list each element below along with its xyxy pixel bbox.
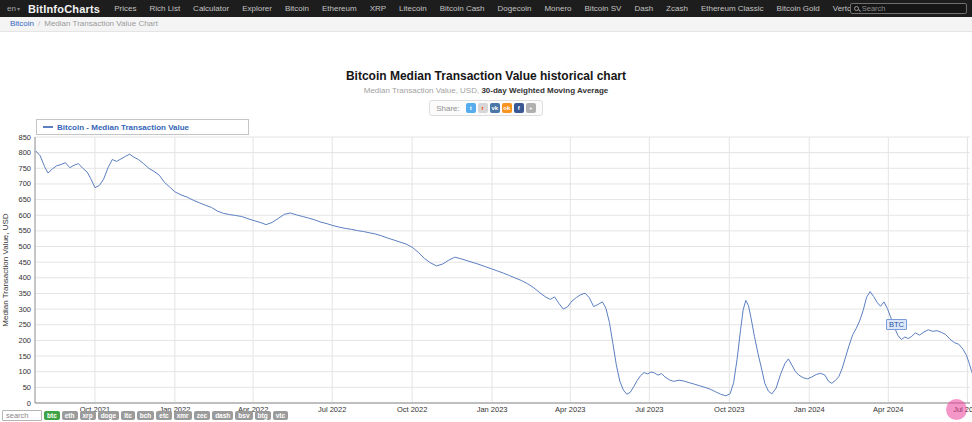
nav-item-dash[interactable]: Dash — [634, 4, 653, 13]
svg-text:Jan 2023: Jan 2023 — [477, 405, 508, 414]
btc-annotation[interactable]: BTC — [886, 319, 907, 330]
main-nav: PricesRich ListCalculatorExplorerBitcoin… — [114, 4, 850, 13]
svg-text:150: 150 — [18, 352, 31, 361]
nav-item-ethereum-classic[interactable]: Ethereum Classic — [701, 4, 764, 13]
svg-text:800: 800 — [18, 148, 31, 157]
page-title: Bitcoin Median Transaction Value histori… — [0, 69, 972, 83]
odnoklassniki-share-icon[interactable]: ok — [502, 103, 512, 113]
coin-tag-btg[interactable]: btg — [255, 411, 271, 420]
coin-tag-ltc[interactable]: ltc — [121, 411, 135, 420]
search-icon — [854, 6, 859, 11]
nav-item-ethereum[interactable]: Ethereum — [322, 4, 357, 13]
nav-item-vertcoin[interactable]: Vertcoin — [833, 4, 850, 13]
facebook-share-icon[interactable]: f — [514, 103, 524, 113]
svg-text:Apr 2024: Apr 2024 — [873, 405, 903, 414]
svg-text:Apr 2023: Apr 2023 — [555, 405, 585, 414]
svg-text:600: 600 — [18, 211, 31, 220]
footer-search-input[interactable] — [2, 410, 42, 421]
svg-text:550: 550 — [18, 226, 31, 235]
breadcrumb-current: Median Transaction Value Chart — [44, 19, 158, 28]
legend-line-swatch — [43, 126, 53, 128]
coin-tag-btc[interactable]: btc — [44, 411, 60, 420]
svg-text:250: 250 — [18, 320, 31, 329]
more-share-icon[interactable]: + — [526, 103, 536, 113]
nav-item-prices[interactable]: Prices — [114, 4, 136, 13]
breadcrumb-root-link[interactable]: Bitcoin — [10, 19, 34, 28]
share-icons: trvkokf+ — [464, 103, 536, 113]
chart-svg[interactable]: 0501001502002503003504004505005506006507… — [0, 115, 972, 415]
svg-text:700: 700 — [18, 179, 31, 188]
nav-item-dogecoin[interactable]: Dogecoin — [498, 4, 532, 13]
svg-text:0: 0 — [27, 399, 31, 408]
svg-text:500: 500 — [18, 242, 31, 251]
nav-item-rich-list[interactable]: Rich List — [149, 4, 180, 13]
vk-share-icon[interactable]: vk — [490, 103, 500, 113]
svg-text:100: 100 — [18, 367, 31, 376]
coin-tag-xrp[interactable]: xrp — [80, 411, 96, 420]
coin-tags: btcethxrpdogeltcbchetcxmrzecdashbsvbtgvt… — [44, 411, 288, 420]
nav-item-xrp[interactable]: XRP — [370, 4, 386, 13]
coin-tag-eth[interactable]: eth — [62, 411, 78, 420]
svg-text:Oct 2023: Oct 2023 — [714, 405, 744, 414]
nav-item-litecoin[interactable]: Litecoin — [399, 4, 427, 13]
brand-logo[interactable]: BitInfoCharts — [28, 3, 100, 15]
svg-text:200: 200 — [18, 336, 31, 345]
nav-item-explorer[interactable]: Explorer — [242, 4, 272, 13]
share-bar: Share:trvkokf+ — [429, 100, 543, 116]
svg-text:400: 400 — [18, 273, 31, 282]
svg-text:Median Transaction Value, USD: Median Transaction Value, USD — [1, 213, 10, 326]
svg-text:Jan 2024: Jan 2024 — [794, 405, 825, 414]
svg-text:Jul 2023: Jul 2023 — [635, 405, 663, 414]
svg-text:300: 300 — [18, 305, 31, 314]
chevron-down-icon: ▾ — [17, 6, 20, 12]
share-label: Share: — [436, 104, 460, 113]
language-label: en — [7, 4, 16, 13]
nav-search-input[interactable] — [862, 4, 963, 13]
reddit-share-icon[interactable]: r — [478, 103, 488, 113]
nav-item-bitcoin-cash[interactable]: Bitcoin Cash — [440, 4, 485, 13]
svg-text:Oct 2022: Oct 2022 — [397, 405, 427, 414]
coin-tag-xmr[interactable]: xmr — [174, 411, 192, 420]
coin-tag-etc[interactable]: etc — [156, 411, 171, 420]
coin-tag-bsv[interactable]: bsv — [235, 411, 252, 420]
nav-item-bitcoin[interactable]: Bitcoin — [285, 4, 309, 13]
nav-item-monero[interactable]: Monero — [544, 4, 571, 13]
svg-text:50: 50 — [23, 383, 31, 392]
coin-tag-bch[interactable]: bch — [137, 411, 155, 420]
breadcrumb: Bitcoin/Median Transaction Value Chart — [0, 17, 972, 32]
nav-item-bitcoin-gold[interactable]: Bitcoin Gold — [777, 4, 820, 13]
chart-area[interactable]: 0501001502002503003504004505005506006507… — [0, 115, 972, 415]
coin-tag-dash[interactable]: dash — [212, 411, 233, 420]
coin-tag-vtc[interactable]: vtc — [273, 411, 288, 420]
language-selector[interactable]: en▾ — [7, 4, 20, 13]
title-block: Bitcoin Median Transaction Value histori… — [0, 69, 972, 116]
coin-tag-doge[interactable]: doge — [98, 411, 120, 420]
cursor-highlight — [946, 399, 967, 420]
top-navbar: en▾ BitInfoCharts PricesRich ListCalcula… — [0, 0, 972, 17]
nav-item-zcash[interactable]: Zcash — [666, 4, 688, 13]
svg-text:850: 850 — [18, 133, 31, 142]
chart-legend: Bitcoin - Median Transaction Value — [36, 119, 249, 135]
svg-text:750: 750 — [18, 164, 31, 173]
coin-tag-zec[interactable]: zec — [194, 411, 210, 420]
nav-item-bitcoin-sv[interactable]: Bitcoin SV — [585, 4, 622, 13]
subtitle-plain: Median Transaction Value, USD, — [364, 86, 479, 95]
svg-text:650: 650 — [18, 195, 31, 204]
legend-label: Bitcoin - Median Transaction Value — [57, 123, 189, 132]
nav-item-calculator[interactable]: Calculator — [193, 4, 229, 13]
breadcrumb-separator: / — [38, 19, 40, 28]
footer-tagbar: btcethxrpdogeltcbchetcxmrzecdashbsvbtgvt… — [2, 409, 288, 421]
nav-search-box[interactable] — [850, 3, 967, 14]
twitter-share-icon[interactable]: t — [466, 103, 476, 113]
chart-subtitle: Median Transaction Value, USD, 30-day We… — [0, 86, 972, 95]
subtitle-bold: 30-day Weighted Moving Average — [481, 86, 608, 95]
svg-text:450: 450 — [18, 258, 31, 267]
svg-text:350: 350 — [18, 289, 31, 298]
svg-text:Jul 2022: Jul 2022 — [318, 405, 346, 414]
